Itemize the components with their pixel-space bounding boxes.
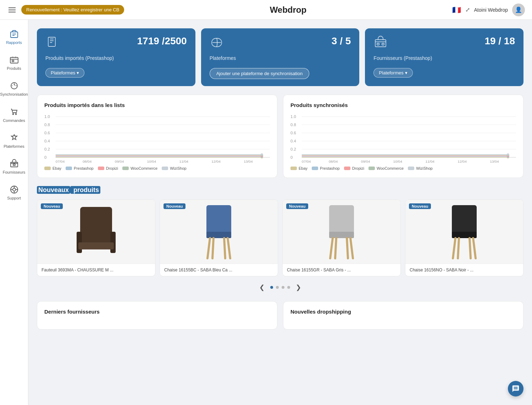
chart-card-importes: Produits importés dans les lists 1.0 0.8… xyxy=(37,95,277,178)
layout: Rapports Produits Synchronisation xyxy=(0,0,532,405)
renewal-button[interactable]: Renouvellement : Veuillez enregistrer un… xyxy=(21,5,124,15)
sidebar-item-label-rapports: Rapports xyxy=(6,40,22,45)
stat-cards: 1719 /2500 Produits importés (Prestashop… xyxy=(37,28,523,86)
sidebar-item-commandes[interactable]: Commandes xyxy=(1,103,27,126)
legend-ebay-r: Ebay xyxy=(290,166,307,170)
chart-area-synchronises: 1.0 0.8 0.6 0.4 0.2 0 07/04 08/04 xyxy=(290,114,516,163)
svg-line-91 xyxy=(350,238,353,258)
sidebar-item-plateformes[interactable]: Plateformes xyxy=(1,129,27,152)
product-card-4[interactable]: Nouveau Chaise 16156NO - SABA Noir - ... xyxy=(405,199,523,276)
sidebar-item-produits[interactable]: Produits xyxy=(1,51,27,74)
fournisseurs-icon xyxy=(9,159,19,169)
stat-card-produits: 1719 /2500 Produits importés (Prestashop… xyxy=(37,28,195,86)
topbar-left: Renouvellement : Veuillez enregistrer un… xyxy=(7,5,124,15)
product-card-1[interactable]: Nouveau Fauteuil 3693MA - CHAUSSURE M ..… xyxy=(37,199,155,276)
svg-point-11 xyxy=(13,188,16,191)
svg-rect-18 xyxy=(377,43,379,45)
sidebar-item-label-support: Support xyxy=(7,196,21,201)
sidebar-item-label-synchronisation: Synchronisation xyxy=(0,92,28,97)
svg-line-99 xyxy=(470,238,471,258)
product-card-3[interactable]: Nouveau Chaise 16155GR - SABA Gris - ... xyxy=(282,199,401,276)
expand-icon[interactable]: ⤢ xyxy=(465,6,470,13)
bottom-card-title-fournisseurs: Derniers fournisseurs xyxy=(44,309,270,315)
svg-line-85 xyxy=(228,238,230,258)
svg-line-84 xyxy=(207,238,210,258)
hamburger-button[interactable] xyxy=(7,6,17,14)
svg-rect-82 xyxy=(206,205,231,235)
legend-ebay: Ebay xyxy=(44,166,61,170)
svg-line-86 xyxy=(212,238,214,258)
chart-card-synchronises: Produits synchronisés 1.0 0.8 0.6 0.4 0.… xyxy=(283,95,523,178)
chat-bubble[interactable] xyxy=(508,381,523,396)
new-products-title: Nouveaux produits xyxy=(37,186,523,194)
carousel-prev-btn[interactable]: ❮ xyxy=(256,282,267,293)
support-icon xyxy=(9,185,19,195)
svg-rect-78 xyxy=(80,207,112,246)
language-flag[interactable]: 🇫🇷 xyxy=(452,6,461,14)
stat-label-fournisseurs: Fournisseurs (Prestashop) xyxy=(373,55,515,61)
legend-woocommerce: WooCommerce xyxy=(122,166,157,170)
svg-rect-16 xyxy=(48,37,55,46)
product-badge-3: Nouveau xyxy=(286,203,308,209)
avatar[interactable]: 👤 xyxy=(512,4,525,16)
carousel-dot-4[interactable] xyxy=(287,286,290,289)
product-name-1: Fauteuil 3693MA - CHAUSSURE M ... xyxy=(37,264,155,276)
legend-woocommerce-r: WooCommerce xyxy=(368,166,404,170)
plateformes-dropdown-btn-1[interactable]: Plateformes ▾ xyxy=(45,68,84,78)
svg-text:0.8: 0.8 xyxy=(44,123,50,127)
stat-card-plateformes: 3 / 5 Plateformes Ajouter une plateforme… xyxy=(201,28,360,86)
svg-text:12/04: 12/04 xyxy=(458,160,467,163)
sidebar-item-rapports[interactable]: Rapports xyxy=(1,26,27,49)
svg-text:0.6: 0.6 xyxy=(290,131,296,135)
product-img-svg-1 xyxy=(71,200,121,264)
svg-line-98 xyxy=(458,238,459,258)
synchronisation-icon xyxy=(9,81,19,91)
chart-legend-synchronises: Ebay Prestashop Dropizi WooCommerce xyxy=(290,166,516,170)
user-name: Atoini Webdrop xyxy=(474,7,508,13)
svg-text:08/04: 08/04 xyxy=(329,160,338,163)
sidebar-item-synchronisation[interactable]: Synchronisation xyxy=(1,77,27,100)
plateformes-dropdown-btn-2[interactable]: Plateformes ▾ xyxy=(373,68,412,78)
svg-text:0.4: 0.4 xyxy=(44,139,50,143)
stat-icon-produits xyxy=(45,35,60,51)
stat-value-produits: 1719 /2500 xyxy=(137,35,187,47)
chart-area-importes: 1.0 0.8 0.6 0.4 0.2 0 07 xyxy=(44,114,270,163)
stat-label-plateformes: Plateformes xyxy=(210,55,351,61)
sidebar-item-fournisseurs[interactable]: Fournisseurs xyxy=(1,155,27,178)
product-img-2 xyxy=(160,200,278,264)
svg-text:0: 0 xyxy=(290,156,293,159)
sidebar-item-support[interactable]: Support xyxy=(1,181,27,204)
main-content: 1719 /2500 Produits importés (Prestashop… xyxy=(28,20,532,405)
legend-prestashop-r: Prestashop xyxy=(312,166,340,170)
carousel-controls: ❮ ❯ xyxy=(37,282,523,293)
product-badge-1: Nouveau xyxy=(41,203,63,209)
sidebar-item-label-commandes: Commandes xyxy=(3,118,25,123)
svg-text:0: 0 xyxy=(44,156,46,159)
svg-text:13/04: 13/04 xyxy=(490,160,499,163)
product-img-3 xyxy=(283,200,400,264)
svg-text:0.4: 0.4 xyxy=(290,139,296,143)
svg-text:1.0: 1.0 xyxy=(290,115,296,119)
legend-dropizi-r: Dropizi xyxy=(344,166,364,170)
svg-rect-8 xyxy=(11,162,18,167)
product-name-4: Chaise 16156NO - SABA Noir - ... xyxy=(405,264,523,276)
add-platform-btn[interactable]: Ajouter une plateforme de synchronisatio… xyxy=(210,68,310,79)
bottom-row: Derniers fournisseurs Nouvelles dropship… xyxy=(37,301,523,330)
svg-line-97 xyxy=(473,238,476,258)
chat-icon xyxy=(512,385,520,393)
charts-row: Produits importés dans les lists 1.0 0.8… xyxy=(37,95,523,178)
carousel-dot-1[interactable] xyxy=(270,286,273,289)
product-img-svg-2 xyxy=(194,200,244,264)
carousel-dot-2[interactable] xyxy=(276,286,279,289)
svg-text:0.2: 0.2 xyxy=(290,147,296,151)
app-title: Webdrop xyxy=(270,5,307,15)
stat-value-plateformes: 3 / 5 xyxy=(332,35,351,47)
svg-rect-88 xyxy=(329,205,354,235)
svg-line-93 xyxy=(347,238,348,258)
carousel-dot-3[interactable] xyxy=(282,286,284,289)
svg-rect-3 xyxy=(10,57,18,63)
carousel-next-btn[interactable]: ❯ xyxy=(293,282,304,293)
svg-text:0.6: 0.6 xyxy=(44,131,50,135)
svg-rect-19 xyxy=(382,43,384,45)
product-card-2[interactable]: Nouveau Chaise 16155BC - SABA Bleu Ca ..… xyxy=(160,199,278,276)
